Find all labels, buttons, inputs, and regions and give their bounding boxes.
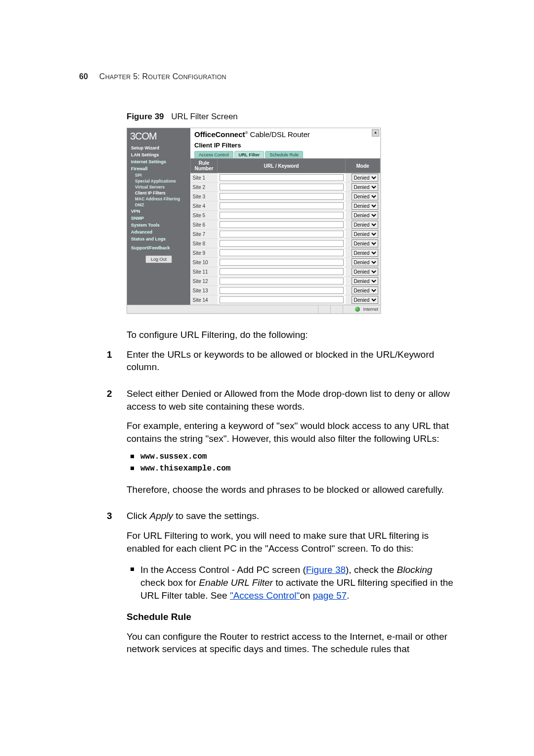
mode-select[interactable]: Denied [352, 202, 378, 210]
link-figure-38[interactable]: Figure 38 [306, 565, 346, 575]
url-keyword-input[interactable] [220, 202, 344, 209]
chapter-small3: ONFIGURATION [178, 74, 226, 81]
mode-select[interactable]: Denied [352, 258, 378, 266]
tab-url-filter[interactable]: URL Filter [234, 151, 265, 158]
sidebar-sub-mac-filter[interactable]: MAC Address Filtering [130, 196, 187, 202]
brand-logo: 3COM [130, 131, 187, 142]
mode-select[interactable]: Denied [352, 183, 378, 191]
schedule-rule-heading: Schedule Rule [127, 611, 459, 623]
mode-select[interactable]: Denied [352, 230, 378, 238]
table-row: Site 7Denied [191, 230, 380, 239]
row-label: Site 14 [191, 295, 218, 305]
schedule-rule-text: You can configure the Router to restrict… [127, 630, 459, 656]
figure-label: Figure 39 [127, 112, 164, 121]
sidebar-item-lan-settings[interactable]: LAN Settings [130, 151, 187, 158]
row-label: Site 4 [191, 201, 218, 211]
internet-icon [355, 307, 360, 312]
sidebar-sub-client-ip-filters[interactable]: Client IP Filters [130, 190, 187, 196]
main-panel: ▲ OfficeConnect® Cable/DSL Router Client… [190, 128, 380, 305]
url-keyword-input[interactable] [220, 249, 344, 256]
tab-schedule-rule[interactable]: Schedule Rule [265, 151, 303, 158]
mode-select[interactable]: Denied [352, 268, 378, 276]
sidebar-item-status-logs[interactable]: Status and Logs [130, 236, 187, 242]
sidebar-item-setup-wizard[interactable]: Setup Wizard [130, 144, 187, 151]
mode-select[interactable]: Denied [352, 249, 378, 257]
sidebar-item-system-tools[interactable]: System Tools [130, 222, 187, 229]
url-keyword-input[interactable] [220, 240, 344, 247]
page-number: 60 [79, 72, 88, 81]
example-url-1: www.sussex.com [127, 452, 459, 463]
table-row: Site 2Denied [191, 183, 380, 192]
status-bar: Internet [127, 305, 380, 313]
step3-text: Click Apply to save the settings. [127, 510, 459, 522]
sidebar-sub-virtual-servers[interactable]: Virtual Servers [130, 184, 187, 190]
row-label: Site 10 [191, 258, 218, 267]
url-keyword-input[interactable] [220, 268, 344, 275]
screenshot-url-filter: 3COM Setup Wizard LAN Settings Internet … [127, 128, 381, 314]
example-url-2: www.thisexample.com [127, 464, 459, 474]
table-row: Site 5Denied [191, 211, 380, 220]
chapter-prefix: C [99, 72, 105, 81]
url-keyword-input[interactable] [220, 193, 344, 200]
scroll-up-icon[interactable]: ▲ [372, 129, 379, 137]
mode-select[interactable]: Denied [352, 296, 378, 304]
mode-select[interactable]: Denied [352, 286, 378, 294]
step2-text: Select either Denied or Allowed from the… [127, 387, 459, 413]
col-mode: Mode [346, 159, 380, 173]
mode-select[interactable]: Denied [352, 192, 378, 200]
col-url-keyword: URL / Keyword [218, 159, 346, 173]
figure-title: URL Filter Screen [171, 112, 237, 121]
url-keyword-input[interactable] [220, 174, 344, 181]
step2-example: For example, entering a keyword of "sex"… [127, 420, 459, 445]
table-row: Site 3Denied [191, 192, 380, 201]
sidebar-item-firewall[interactable]: Firewall [130, 165, 187, 172]
tab-access-control[interactable]: Access Control [194, 151, 233, 158]
row-label: Site 13 [191, 286, 218, 295]
table-row: Site 6Denied [191, 220, 380, 230]
logout-button[interactable]: Log Out [145, 255, 172, 263]
link-access-control[interactable]: "Access Control" [230, 590, 300, 601]
url-keyword-input[interactable] [220, 184, 344, 190]
row-label: Site 7 [191, 230, 218, 239]
url-keyword-input[interactable] [220, 296, 344, 303]
row-label: Site 6 [191, 220, 218, 230]
figure-caption: Figure 39 URL Filter Screen [127, 112, 475, 122]
mode-select[interactable]: Denied [352, 221, 378, 229]
link-page-57[interactable]: page 57 [313, 590, 347, 601]
row-label: Site 3 [191, 192, 218, 201]
row-label: Site 1 [191, 173, 218, 183]
sidebar-sub-dmz[interactable]: DMZ [130, 202, 187, 208]
table-row: Site 4Denied [191, 201, 380, 211]
url-keyword-input[interactable] [220, 221, 344, 228]
table-row: Site 10Denied [191, 258, 380, 267]
url-filter-table: Rule Number URL / Keyword Mode Site 1Den… [190, 158, 380, 305]
mode-select[interactable]: Denied [352, 211, 378, 219]
mode-select[interactable]: Denied [352, 277, 378, 285]
url-keyword-input[interactable] [220, 278, 344, 284]
mode-select[interactable]: Denied [352, 174, 378, 182]
row-label: Site 5 [191, 211, 218, 220]
table-row: Site 9Denied [191, 248, 380, 258]
step-number-2: 2 [107, 387, 127, 503]
body-text: To configure URL Filtering, do the follo… [127, 329, 459, 662]
url-keyword-input[interactable] [220, 231, 344, 237]
step-number-3: 3 [107, 510, 127, 662]
sidebar-item-advanced[interactable]: Advanced [130, 229, 187, 236]
sidebar-sub-spi[interactable]: SPI [130, 172, 187, 178]
url-keyword-input[interactable] [220, 212, 344, 219]
step1-text: Enter the URLs or keywords to be allowed… [127, 348, 459, 374]
sidebar-sub-special-apps[interactable]: Special Applications [130, 178, 187, 184]
product-title: OfficeConnect® Cable/DSL Router [190, 128, 380, 139]
table-row: Site 14Denied [191, 295, 380, 305]
sidebar-item-support[interactable]: Support/Feedback [130, 244, 187, 251]
mode-select[interactable]: Denied [352, 239, 378, 247]
sidebar-item-internet-settings[interactable]: Internet Settings [130, 158, 187, 165]
chapter-small2: OUTER [148, 74, 170, 81]
sidebar-item-vpn[interactable]: VPN [130, 208, 187, 215]
table-row: Site 1Denied [191, 173, 380, 183]
page-header: 60 CHAPTER 5: ROUTER CONFIGURATION [79, 72, 226, 81]
url-keyword-input[interactable] [220, 259, 344, 266]
url-keyword-input[interactable] [220, 287, 344, 294]
chapter-small1: HAPTER [105, 74, 131, 81]
sidebar-item-snmp[interactable]: SNMP [130, 215, 187, 222]
